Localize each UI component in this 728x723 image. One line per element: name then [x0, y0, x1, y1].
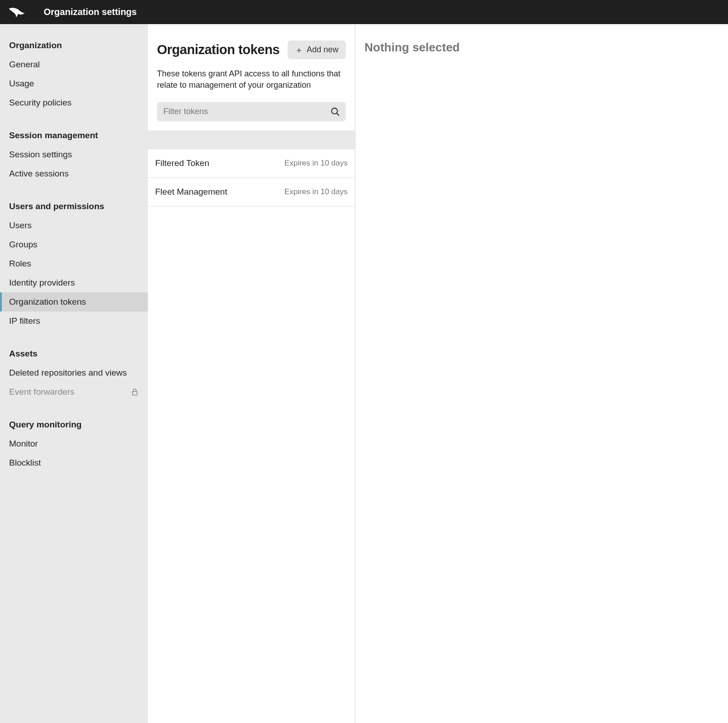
sidebar-item-monitor[interactable]: Monitor — [0, 434, 148, 453]
svg-point-1 — [332, 108, 338, 114]
sidebar-item-label: General — [9, 60, 40, 70]
filter-input[interactable] — [157, 102, 346, 121]
topbar: Organization settings — [0, 0, 728, 24]
sidebar-item-label: Groups — [9, 240, 37, 250]
plus-icon: ＋ — [295, 46, 303, 54]
sidebar-item-usage[interactable]: Usage — [0, 74, 148, 93]
sidebar-item-label: Event forwarders — [9, 387, 75, 397]
detail-empty-title: Nothing selected — [364, 40, 719, 55]
add-new-label: Add new — [307, 45, 339, 55]
sidebar: OrganizationGeneralUsageSecurity policie… — [0, 24, 148, 723]
sidebar-item-label: Users — [9, 221, 32, 231]
sidebar-item-label: Monitor — [9, 439, 38, 449]
logo-icon — [8, 5, 25, 19]
sidebar-item-label: Roles — [9, 259, 31, 269]
token-expires: Expires in 10 days — [284, 159, 348, 168]
topbar-title: Organization settings — [44, 7, 136, 17]
sidebar-item-label: Identity providers — [9, 278, 75, 288]
sidebar-item-deleted-repositories-and-views[interactable]: Deleted repositories and views — [0, 363, 148, 382]
section-header: Assets — [0, 344, 148, 363]
sidebar-item-active-sessions[interactable]: Active sessions — [0, 164, 148, 183]
sidebar-item-label: Active sessions — [9, 169, 69, 179]
sidebar-item-event-forwarders: Event forwarders — [0, 382, 148, 402]
lock-icon — [131, 388, 139, 396]
description: These tokens grant API access to all fun… — [157, 68, 346, 91]
token-row[interactable]: Fleet ManagementExpires in 10 days — [148, 178, 355, 206]
sidebar-item-security-policies[interactable]: Security policies — [0, 93, 148, 112]
sidebar-item-groups[interactable]: Groups — [0, 235, 148, 254]
token-name: Fleet Management — [155, 187, 227, 197]
token-expires: Expires in 10 days — [284, 187, 348, 196]
sidebar-item-blocklist[interactable]: Blocklist — [0, 453, 148, 472]
sidebar-item-ip-filters[interactable]: IP filters — [0, 311, 148, 331]
sidebar-item-identity-providers[interactable]: Identity providers — [0, 273, 148, 292]
sidebar-item-users[interactable]: Users — [0, 216, 148, 235]
search-icon — [330, 107, 340, 117]
section-header: Organization — [0, 40, 148, 55]
sidebar-item-label: Security policies — [9, 98, 71, 108]
sidebar-item-session-settings[interactable]: Session settings — [0, 145, 148, 164]
sidebar-item-label: Deleted repositories and views — [9, 368, 127, 378]
sidebar-item-label: Blocklist — [9, 458, 41, 468]
section-header: Users and permissions — [0, 197, 148, 216]
sidebar-item-label: Usage — [9, 79, 34, 89]
section-header: Session management — [0, 126, 148, 145]
sidebar-item-label: IP filters — [9, 316, 40, 326]
token-name: Filtered Token — [155, 158, 209, 168]
main-panel: Organization tokens ＋ Add new These toke… — [148, 24, 355, 723]
svg-rect-0 — [132, 392, 137, 395]
svg-line-2 — [337, 113, 339, 116]
section-header: Query monitoring — [0, 415, 148, 434]
token-row[interactable]: Filtered TokenExpires in 10 days — [148, 149, 355, 178]
sidebar-item-label: Session settings — [9, 150, 72, 160]
sidebar-item-general[interactable]: General — [0, 55, 148, 74]
page-title: Organization tokens — [157, 42, 279, 57]
sidebar-item-label: Organization tokens — [9, 297, 86, 307]
detail-panel: Nothing selected — [355, 24, 728, 723]
add-new-button[interactable]: ＋ Add new — [288, 40, 346, 59]
sidebar-item-organization-tokens[interactable]: Organization tokens — [0, 292, 148, 311]
sidebar-item-roles[interactable]: Roles — [0, 254, 148, 273]
token-list: Filtered TokenExpires in 10 daysFleet Ma… — [148, 149, 355, 206]
